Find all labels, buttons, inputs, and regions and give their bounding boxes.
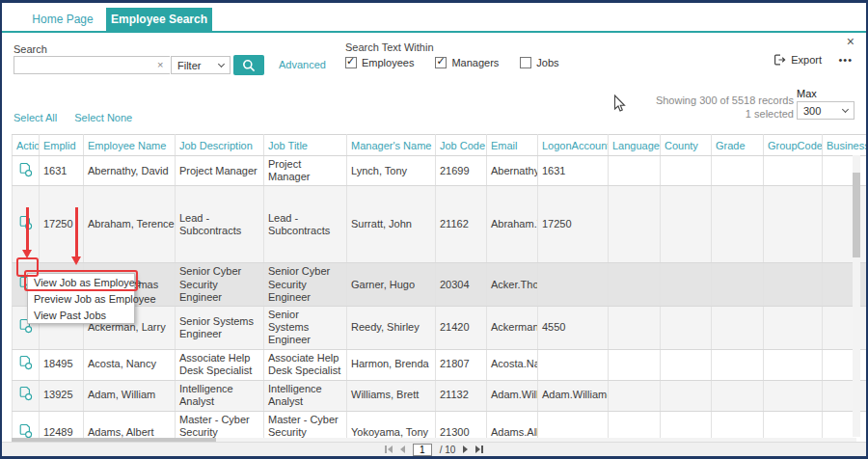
cell-grade xyxy=(712,380,764,411)
table-row[interactable]: 1631Abernathy, DavidProject ManagerProje… xyxy=(13,156,868,186)
cell-language xyxy=(609,306,661,349)
advanced-link[interactable]: Advanced xyxy=(279,59,326,70)
checkbox-managers[interactable]: Managers xyxy=(435,57,499,68)
cell-manager: Lynch, Tony xyxy=(347,156,436,186)
column-header-logon[interactable]: LogonAccount xyxy=(538,135,609,156)
cell-grade xyxy=(712,263,764,307)
row-action-button[interactable] xyxy=(13,380,40,411)
checkbox-jobs[interactable]: Jobs xyxy=(520,57,558,68)
table-row[interactable]: 13925Adam, WilliamIntelligence AnalystIn… xyxy=(13,380,868,411)
cell-job_code: 21132 xyxy=(436,380,487,411)
cell-group_code xyxy=(764,306,823,349)
cell-grade xyxy=(712,186,764,263)
cell-job_description: Lead - Subcontracts xyxy=(176,186,264,263)
vertical-scrollbar-thumb[interactable] xyxy=(853,173,860,257)
column-header-grade[interactable]: Grade xyxy=(712,135,764,156)
cell-business_unit xyxy=(823,306,868,349)
row-action-button[interactable] xyxy=(13,156,40,186)
search-text-within-label: Search Text Within xyxy=(345,41,434,53)
cell-language xyxy=(609,380,661,411)
cell-group_code xyxy=(764,186,823,263)
table-row[interactable]: 12489Adams, AlbertMaster - Cyber Securit… xyxy=(13,411,868,438)
checkbox-employees[interactable]: Employees xyxy=(345,57,414,68)
column-header-business_unit[interactable]: Business_U xyxy=(823,135,868,156)
column-header-language[interactable]: Language xyxy=(609,135,661,156)
search-input[interactable] xyxy=(14,56,170,74)
context-menu-item-view-past-jobs[interactable]: View Past Jobs xyxy=(28,307,134,323)
cell-county xyxy=(661,349,712,380)
row-action-button[interactable] xyxy=(13,411,40,438)
records-selected: 1 selected xyxy=(656,107,794,121)
cell-manager: Garner, Hugo xyxy=(347,263,436,307)
cell-business_unit xyxy=(823,156,868,186)
annotation-arrow-to-emplid xyxy=(75,207,78,257)
column-header-manager[interactable]: Manager's Name xyxy=(347,135,436,156)
cell-business_unit xyxy=(823,380,868,411)
column-header-action[interactable]: Action xyxy=(13,135,40,156)
cell-email: Adam.William xyxy=(487,380,538,411)
column-header-county[interactable]: County xyxy=(661,135,712,156)
cell-job_code: 21300 xyxy=(436,411,487,438)
filter-dropdown[interactable]: Filter xyxy=(171,56,231,74)
cell-name: Adams, Albert xyxy=(84,411,176,438)
export-icon xyxy=(773,53,786,67)
more-options-button[interactable]: ••• xyxy=(838,54,853,66)
checkbox-label: Employees xyxy=(362,57,414,68)
pagination-last-icon[interactable] xyxy=(475,446,483,453)
vertical-scrollbar[interactable] xyxy=(853,155,860,437)
cell-grade xyxy=(712,349,764,380)
column-header-job_code[interactable]: Job Code xyxy=(436,135,487,156)
pagination-bar: / 10 xyxy=(2,442,866,456)
page-number-input[interactable] xyxy=(413,444,432,456)
cell-logon: 17250 xyxy=(538,186,609,263)
clear-search-icon[interactable]: × xyxy=(157,59,163,70)
records-summary: Showing 300 of 5518 records 1 selected xyxy=(656,94,794,121)
cell-language xyxy=(609,349,661,380)
chevron-down-icon xyxy=(842,105,849,112)
cell-email: Ackerman.La xyxy=(487,306,538,349)
column-header-email[interactable]: Email xyxy=(487,135,538,156)
pagination-first-icon[interactable] xyxy=(385,446,393,453)
column-header-group_code[interactable]: GroupCode xyxy=(764,135,823,156)
row-action-button[interactable] xyxy=(13,349,40,380)
close-icon[interactable]: × xyxy=(847,34,854,49)
cell-email: Abernathy.Da xyxy=(487,156,538,186)
search-label: Search xyxy=(14,43,47,55)
context-menu-item-preview-job-as-employee[interactable]: Preview Job as Employee xyxy=(28,290,134,307)
cell-group_code xyxy=(764,411,823,438)
pagination-next-icon[interactable] xyxy=(463,446,468,453)
filter-label: Filter xyxy=(177,60,201,71)
column-header-name[interactable]: Employee Name xyxy=(84,135,176,156)
pagination-prev-icon[interactable] xyxy=(400,446,405,453)
cell-emplid: 1631 xyxy=(40,156,84,186)
select-none-link[interactable]: Select None xyxy=(74,112,132,123)
cell-manager: Surratt, John xyxy=(347,186,436,263)
max-records-dropdown[interactable]: 300 xyxy=(797,101,854,120)
column-header-job_description[interactable]: Job Description xyxy=(176,135,264,156)
cell-name: Abraham, Terence xyxy=(84,186,176,263)
cell-logon xyxy=(538,411,609,438)
cell-job_code: 21162 xyxy=(436,186,487,263)
export-button[interactable]: Export xyxy=(773,53,822,67)
column-header-job_title[interactable]: Job Title xyxy=(264,135,347,156)
page-total-label: / 10 xyxy=(440,445,456,455)
cell-job_code: 21420 xyxy=(436,306,487,349)
table-row[interactable]: Ackerman, LarrySenior Systems EngineerSe… xyxy=(13,306,868,349)
tab-employee-search[interactable]: Employee Search xyxy=(106,8,212,31)
employee-search-window: Home Page Employee Search × Search × Fil… xyxy=(0,0,868,459)
tab-home-page[interactable]: Home Page xyxy=(21,8,104,31)
checkbox-icon xyxy=(345,57,357,68)
cell-job_description: Project Manager xyxy=(176,156,264,186)
cell-county xyxy=(661,156,712,186)
table-row[interactable]: 18495Acosta, NancyAssociate Help Desk Sp… xyxy=(13,349,868,380)
cell-job_description: Senior Systems Engineer xyxy=(176,306,264,349)
select-all-link[interactable]: Select All xyxy=(14,112,57,123)
cell-job_title: Master - Cyber Security Engineering xyxy=(264,411,347,438)
cell-emplid: 18495 xyxy=(40,349,84,380)
table-row[interactable]: 17250Abraham, TerenceLead - Subcontracts… xyxy=(13,186,868,263)
column-header-emplid[interactable]: Emplid xyxy=(40,135,84,156)
checkbox-label: Jobs xyxy=(536,57,558,68)
annotation-arrow-to-action-icon xyxy=(26,207,29,251)
chevron-down-icon xyxy=(218,60,225,67)
search-button[interactable] xyxy=(233,55,264,75)
